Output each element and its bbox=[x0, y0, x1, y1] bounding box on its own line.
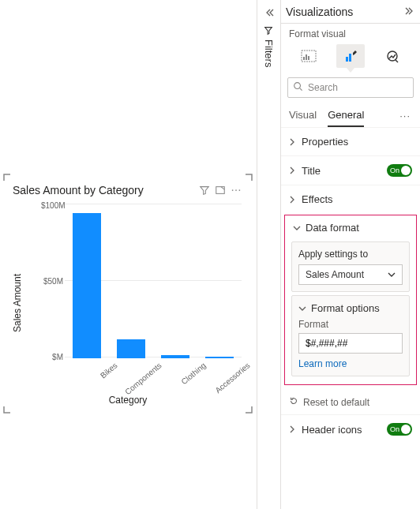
svg-point-10 bbox=[388, 51, 397, 61]
search-input[interactable]: Search bbox=[287, 77, 414, 98]
filter-icon[interactable] bbox=[197, 183, 212, 197]
bar-slot bbox=[197, 204, 242, 358]
svg-rect-9 bbox=[349, 54, 351, 62]
filters-pane-collapsed[interactable]: Filters bbox=[257, 0, 281, 509]
resize-handle-br[interactable] bbox=[245, 406, 253, 414]
resize-handle-tr[interactable] bbox=[245, 174, 253, 182]
analytics-tab[interactable] bbox=[378, 44, 407, 68]
chart-bar[interactable] bbox=[205, 357, 234, 358]
search-icon bbox=[293, 81, 303, 94]
apply-settings-card: Apply settings to Sales Amount bbox=[291, 241, 410, 292]
chevron-down-icon bbox=[293, 225, 302, 231]
section-data-format[interactable]: Data format bbox=[288, 220, 413, 238]
expand-filters-icon[interactable] bbox=[264, 5, 275, 21]
chart-title: Sales Amount by Category bbox=[13, 184, 196, 196]
resize-handle-bl[interactable] bbox=[3, 406, 11, 414]
chart-bar[interactable] bbox=[73, 213, 102, 358]
report-canvas[interactable]: Sales Amount by Category Sales Amount $1… bbox=[0, 0, 257, 509]
svg-rect-6 bbox=[306, 54, 307, 60]
section-label: Effects bbox=[302, 193, 412, 205]
collapse-pane-icon[interactable] bbox=[404, 6, 415, 17]
focus-mode-icon[interactable] bbox=[213, 183, 227, 197]
format-string-input[interactable] bbox=[298, 333, 403, 354]
y-tick: $M bbox=[41, 353, 63, 361]
toggle-label: On bbox=[390, 167, 399, 174]
svg-rect-8 bbox=[346, 57, 348, 62]
chart-visual[interactable]: Sales Amount by Category Sales Amount $1… bbox=[5, 175, 251, 412]
more-tabs-icon[interactable]: ··· bbox=[398, 110, 412, 122]
header-icons-toggle[interactable]: On bbox=[387, 423, 412, 436]
svg-rect-5 bbox=[303, 57, 305, 60]
section-properties[interactable]: Properties bbox=[281, 127, 420, 155]
chart-plot: $100M $50M $M bbox=[41, 204, 242, 358]
svg-point-2 bbox=[235, 189, 237, 191]
section-label: Header icons bbox=[302, 424, 387, 436]
y-axis-label: Sales Amount bbox=[12, 274, 23, 332]
apply-to-label: Apply settings to bbox=[298, 249, 403, 260]
section-label: Properties bbox=[302, 136, 412, 148]
section-label: Title bbox=[302, 165, 387, 177]
format-visual-tab[interactable] bbox=[336, 44, 365, 68]
build-visual-tab[interactable] bbox=[294, 44, 323, 68]
format-options-card: Format options Format Learn more bbox=[291, 295, 410, 376]
reset-label: Reset to default bbox=[303, 397, 369, 408]
resize-handle-tl[interactable] bbox=[3, 174, 11, 182]
section-label: Data format bbox=[306, 222, 408, 234]
format-options-header[interactable]: Format options bbox=[298, 302, 403, 314]
more-options-icon[interactable] bbox=[229, 183, 243, 197]
chart-bar[interactable] bbox=[161, 355, 190, 358]
dropdown-value: Sales Amount bbox=[306, 269, 364, 280]
data-format-section-highlight: Data format Apply settings to Sales Amou… bbox=[284, 215, 417, 385]
apply-to-dropdown[interactable]: Sales Amount bbox=[298, 264, 403, 285]
chevron-right-icon bbox=[289, 425, 298, 433]
format-options-label: Format options bbox=[311, 302, 380, 314]
bar-slot bbox=[65, 204, 109, 358]
svg-point-3 bbox=[239, 189, 241, 191]
y-tick: $50M bbox=[41, 277, 63, 286]
chevron-down-icon bbox=[298, 302, 308, 314]
learn-more-link[interactable]: Learn more bbox=[298, 358, 403, 369]
x-axis-label: Category bbox=[109, 395, 148, 406]
chevron-right-icon bbox=[289, 196, 298, 204]
bar-slot bbox=[109, 204, 153, 358]
section-title[interactable]: Title On bbox=[281, 155, 420, 185]
section-effects[interactable]: Effects bbox=[281, 185, 420, 213]
chart-bar[interactable] bbox=[117, 339, 146, 358]
svg-point-1 bbox=[232, 189, 234, 191]
filters-pane-icon bbox=[263, 25, 275, 36]
search-placeholder: Search bbox=[308, 82, 338, 93]
y-tick: $100M bbox=[41, 200, 63, 209]
tab-general[interactable]: General bbox=[328, 104, 364, 127]
bar-slot bbox=[153, 204, 197, 358]
chevron-down-icon bbox=[388, 269, 396, 280]
reset-icon bbox=[289, 396, 298, 408]
svg-rect-0 bbox=[216, 187, 225, 194]
reset-to-default-button[interactable]: Reset to default bbox=[281, 390, 420, 414]
chevron-right-icon bbox=[289, 138, 298, 146]
pane-title: Visualizations bbox=[286, 6, 404, 18]
title-toggle[interactable]: On bbox=[387, 164, 412, 177]
chevron-right-icon bbox=[289, 167, 298, 174]
format-field-label: Format bbox=[298, 319, 403, 330]
svg-point-11 bbox=[294, 83, 301, 89]
pane-subtitle: Format visual bbox=[281, 24, 420, 39]
toggle-label: On bbox=[390, 425, 399, 433]
section-header-icons[interactable]: Header icons On bbox=[281, 414, 420, 444]
visualizations-pane: Visualizations Format visual Search Visu… bbox=[281, 0, 420, 509]
filters-pane-label: Filters bbox=[263, 39, 275, 67]
svg-rect-7 bbox=[308, 56, 309, 60]
tab-visual[interactable]: Visual bbox=[289, 104, 317, 127]
